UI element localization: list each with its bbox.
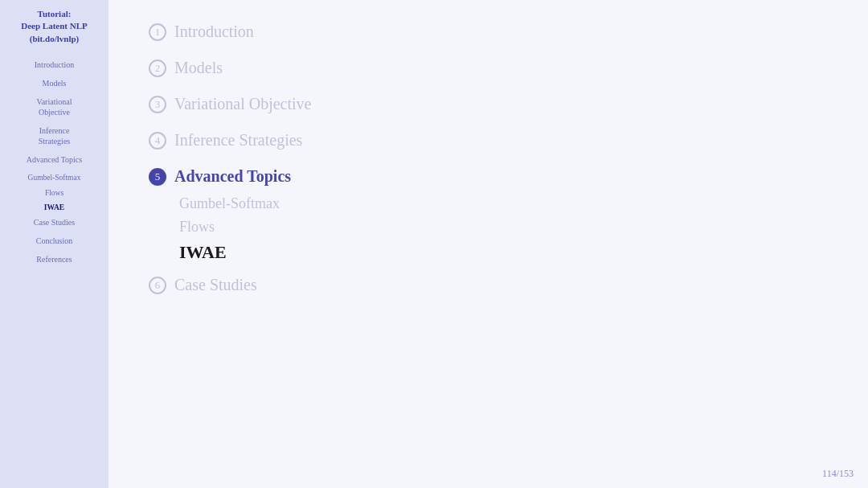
sidebar-item-models[interactable]: Models (6, 78, 102, 88)
toc-sub-iwae: IWAE (179, 242, 828, 263)
sidebar-item-flows[interactable]: Flows (6, 188, 102, 198)
toc-item-variational-objective: 3 Variational Objective (149, 95, 828, 113)
toc-label-case-studies: Case Studies (174, 276, 257, 294)
toc-item-case-studies: 6 Case Studies (149, 276, 828, 294)
toc-number-3: 3 (149, 96, 166, 113)
toc-number-5: 5 (149, 168, 166, 186)
main-content: 1 Introduction 2 Models 3 Variational Ob… (108, 0, 868, 488)
sidebar: Tutorial: Deep Latent NLP (bit.do/lvnlp)… (0, 0, 108, 488)
page-number: 114/153 (822, 468, 854, 480)
toc-item-advanced-topics: 5 Advanced Topics (149, 167, 828, 186)
toc-item-introduction: 1 Introduction (149, 23, 828, 41)
sidebar-item-references[interactable]: References (6, 254, 102, 265)
toc-item-inference-strategies: 4 Inference Strategies (149, 131, 828, 150)
sidebar-item-conclusion[interactable]: Conclusion (6, 236, 102, 246)
toc-label-introduction: Introduction (174, 23, 254, 41)
toc-number-6: 6 (149, 277, 166, 294)
sidebar-item-iwae[interactable]: IWAE (6, 203, 102, 212)
toc-item-models: 2 Models (149, 59, 828, 77)
toc-label-models: Models (174, 59, 223, 77)
sidebar-item-gumbel-softmax[interactable]: Gumbel-Softmax (6, 173, 102, 182)
toc-label-variational-objective: Variational Objective (174, 95, 312, 113)
toc-label-advanced-topics: Advanced Topics (174, 167, 291, 186)
toc-sub-group-advanced: Gumbel-Softmax Flows IWAE (179, 195, 828, 263)
toc-sub-gumbel-softmax: Gumbel-Softmax (179, 195, 828, 212)
toc-sub-flows: Flows (179, 219, 828, 236)
sidebar-item-inference-strategies[interactable]: Inference Strategies (6, 125, 102, 146)
sidebar-item-case-studies[interactable]: Case Studies (6, 217, 102, 228)
toc-number-2: 2 (149, 59, 166, 77)
sidebar-title: Tutorial: Deep Latent NLP (bit.do/lvnlp) (21, 8, 88, 45)
toc-number-1: 1 (149, 23, 166, 41)
toc-number-4: 4 (149, 132, 166, 150)
toc-label-inference-strategies: Inference Strategies (174, 131, 302, 150)
sidebar-item-advanced-topics[interactable]: Advanced Topics (6, 154, 102, 165)
sidebar-item-introduction[interactable]: Introduction (6, 59, 102, 70)
sidebar-item-variational-objective[interactable]: Variational Objective (6, 96, 102, 117)
